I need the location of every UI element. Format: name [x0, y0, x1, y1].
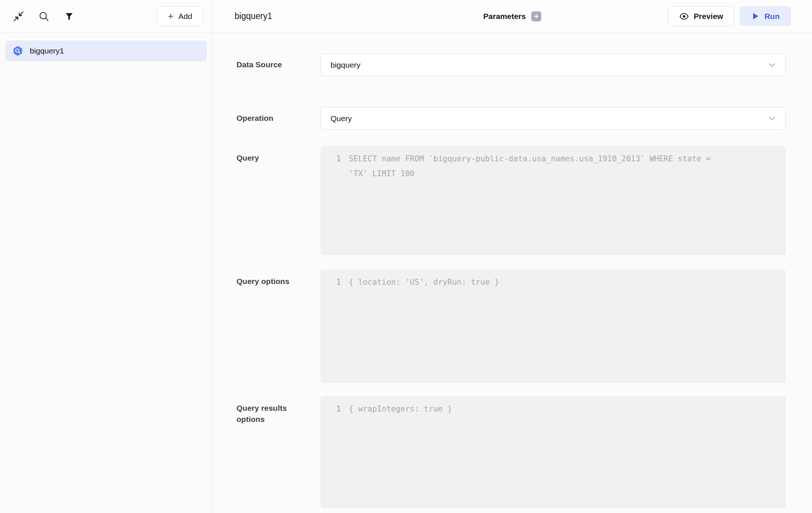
preview-button-label: Preview — [694, 12, 723, 21]
preview-button[interactable]: Preview — [668, 6, 734, 26]
filter-icon — [64, 12, 74, 21]
parameters-section: Parameters + — [483, 11, 541, 21]
query-list-item-bigquery1[interactable]: bigquery1 — [5, 41, 207, 61]
query-placeholder: SELECT name FROM `bigquery-public-data.u… — [349, 151, 732, 181]
query-list: bigquery1 — [0, 33, 212, 513]
parameters-label: Parameters — [483, 12, 526, 21]
play-icon — [751, 12, 760, 20]
main-panel: bigquery1 Parameters + Preview — [213, 0, 812, 513]
query-results-options-placeholder: { wrapIntegers: true } — [349, 401, 452, 416]
query-options-row: Query options 1 { location: 'US', dryRun… — [236, 270, 786, 383]
line-number: 1 — [336, 151, 341, 166]
query-options-label: Query options — [236, 270, 321, 287]
chevron-down-icon — [767, 60, 777, 70]
line-number: 1 — [336, 401, 341, 416]
query-item-label: bigquery1 — [30, 46, 64, 55]
query-row: Query 1 SELECT name FROM `bigquery-publi… — [236, 146, 786, 255]
query-header: bigquery1 Parameters + Preview — [213, 0, 812, 33]
bigquery-icon — [12, 45, 23, 57]
query-label: Query — [236, 146, 321, 164]
collapse-icon — [13, 10, 25, 22]
data-source-value: bigquery — [331, 61, 361, 70]
plus-icon: + — [168, 11, 173, 21]
data-source-label: Data Source — [236, 59, 321, 70]
add-button-label: Add — [178, 12, 192, 21]
sidebar: + Add bigquery1 — [0, 0, 213, 513]
add-query-button[interactable]: + Add — [157, 6, 203, 26]
operation-row: Operation Query — [236, 107, 786, 130]
query-title: bigquery1 — [235, 11, 272, 21]
data-source-select[interactable]: bigquery — [321, 54, 786, 76]
query-results-options-editor[interactable]: 1 { wrapIntegers: true } — [321, 397, 786, 508]
search-icon — [38, 11, 49, 22]
run-button-label: Run — [764, 12, 780, 21]
operation-select[interactable]: Query — [321, 107, 786, 130]
operation-label: Operation — [236, 113, 321, 124]
add-parameter-button[interactable]: + — [531, 11, 541, 21]
sidebar-toolbar: + Add — [0, 0, 212, 33]
app: + Add bigquery1 bigquery1 Parame — [0, 0, 812, 513]
data-source-row: Data Source bigquery — [236, 54, 786, 76]
operation-value: Query — [331, 114, 352, 123]
search-button[interactable] — [37, 10, 51, 23]
chevron-down-icon — [767, 113, 777, 124]
line-number: 1 — [336, 275, 341, 290]
collapse-panel-button[interactable] — [12, 10, 25, 23]
query-code-editor[interactable]: 1 SELECT name FROM `bigquery-public-data… — [321, 146, 786, 255]
query-results-options-label: Query results options — [236, 397, 321, 425]
filter-button[interactable] — [62, 10, 76, 23]
query-results-options-row: Query results options 1 { wrapIntegers: … — [236, 397, 786, 508]
eye-icon — [679, 12, 689, 21]
query-options-placeholder: { location: 'US', dryRun: true } — [349, 275, 499, 290]
query-options-editor[interactable]: 1 { location: 'US', dryRun: true } — [321, 270, 786, 383]
header-actions: Preview Run — [668, 6, 791, 26]
query-form: Data Source bigquery Operation Query — [213, 33, 812, 513]
run-button[interactable]: Run — [740, 6, 791, 26]
